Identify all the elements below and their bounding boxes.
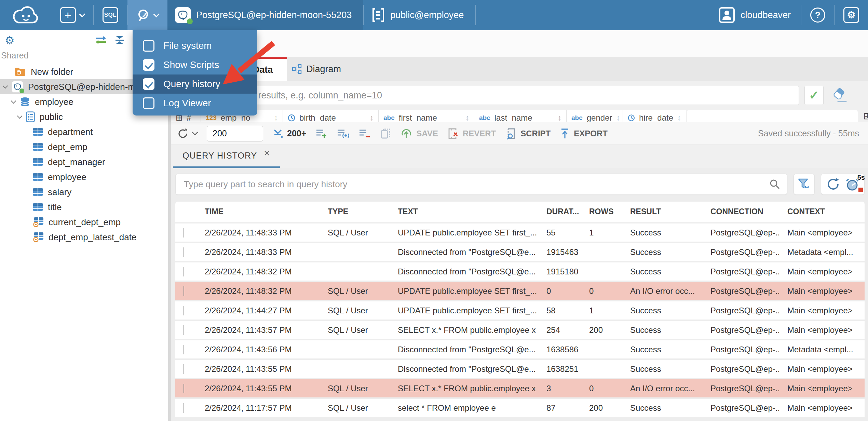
close-icon[interactable]: ×	[264, 147, 270, 159]
tab-diagram[interactable]: Diagram	[287, 57, 346, 81]
tree-item-table-department[interactable]: department	[0, 124, 168, 139]
tree-item-view-dept-emp-latest-date[interactable]: dept_emp_latest_date	[0, 230, 168, 245]
history-row[interactable]: 2/26/2024, 11:43:56 PM Disconnected from…	[175, 340, 865, 358]
tree-item-label: dept_emp_latest_date	[49, 232, 136, 243]
sort-icon[interactable]: ↕	[465, 113, 469, 122]
duplicate-row-button[interactable]	[337, 128, 349, 139]
script-button[interactable]: SCRIPT	[505, 128, 551, 139]
tree-item-label: New folder	[31, 67, 73, 77]
tree-item-table-dept-manager[interactable]: dept_manager	[0, 154, 168, 169]
checkbox-unchecked[interactable]	[143, 97, 154, 109]
col-context[interactable]: CONTEXT	[779, 207, 865, 216]
revert-button[interactable]: REVERT	[448, 128, 496, 139]
menu-item-log-viewer[interactable]: Log Viewer	[133, 94, 257, 113]
history-row[interactable]: 2/26/2024, 11:48:33 PM SQL / User UPDATE…	[175, 223, 865, 242]
grid-col-hire-date[interactable]: hire_date ↕	[623, 110, 686, 122]
chevron-down-icon[interactable]	[3, 83, 8, 89]
menu-item-file-system[interactable]: File system	[133, 36, 257, 55]
fetch-all-button[interactable]: 200+	[273, 128, 306, 139]
expand-chevron-icon[interactable]	[184, 247, 184, 257]
schema-name: public@employee	[390, 10, 464, 21]
col-text[interactable]: TEXT	[390, 207, 538, 216]
expand-chevron-icon[interactable]	[184, 228, 184, 237]
checkbox-unchecked[interactable]	[143, 40, 154, 52]
tree-item-table-dept-emp[interactable]: dept_emp	[0, 139, 168, 154]
user-menu[interactable]: cloudbeaver	[708, 0, 801, 30]
add-row-button[interactable]	[316, 128, 327, 139]
tools-menu-button[interactable]	[127, 0, 167, 30]
expand-chevron-icon[interactable]	[184, 325, 184, 335]
sort-icon[interactable]: ↕	[558, 113, 561, 122]
clear-filter-button[interactable]	[831, 88, 848, 103]
settings-button[interactable]: ⚙	[835, 0, 868, 30]
sort-icon[interactable]: ↕	[677, 113, 681, 122]
col-result[interactable]: RESULT	[622, 207, 702, 216]
sort-icon[interactable]: ↕	[274, 113, 278, 122]
menu-item-show-scripts[interactable]: Show Scripts	[133, 55, 257, 74]
topbar-spacer	[476, 0, 708, 30]
save-button[interactable]: SAVE	[401, 128, 438, 139]
help-button[interactable]: ?	[801, 0, 834, 30]
tree-item-view-current-dept-emp[interactable]: current_dept_emp	[0, 215, 168, 230]
delete-row-button[interactable]	[359, 128, 370, 139]
col-type[interactable]: TYPE	[320, 207, 390, 216]
filter-expression-input[interactable]	[174, 86, 799, 105]
history-refresh-button[interactable]	[826, 177, 840, 191]
expand-chevron-icon[interactable]	[184, 267, 184, 276]
grid-col-last-name[interactable]: abc last_name ↕	[474, 110, 567, 122]
col-duration[interactable]: DURAT...	[538, 207, 581, 216]
expand-chevron-icon[interactable]	[184, 364, 184, 374]
cloudbeaver-logo[interactable]	[0, 0, 51, 30]
sync-selection-icon[interactable]	[94, 36, 107, 44]
apply-filter-button[interactable]: ✓	[804, 86, 824, 105]
checkbox-checked[interactable]	[143, 78, 154, 90]
col-time[interactable]: TIME	[196, 207, 320, 216]
export-button[interactable]: EXPORT	[560, 128, 608, 139]
save-icon	[401, 128, 412, 139]
history-search-input[interactable]	[175, 174, 787, 195]
cloud-beaver-icon	[11, 5, 40, 25]
col-connection[interactable]: CONNECTION	[702, 207, 779, 216]
collapse-all-icon[interactable]	[114, 36, 125, 44]
history-filter-button[interactable]	[794, 174, 815, 195]
auto-refresh-timer-button[interactable]: 5s	[845, 177, 859, 191]
col-rows[interactable]: ROWS	[581, 207, 622, 216]
duplicate-button[interactable]	[380, 128, 391, 139]
history-row-error[interactable]: 2/26/2024, 11:43:55 PM SQL / User SELECT…	[175, 379, 865, 397]
tree-item-table-title[interactable]: title	[0, 200, 168, 215]
active-connection[interactable]: PostgreSQL@ep-hidden-moon-55203	[167, 0, 363, 30]
expand-chevron-icon[interactable]	[184, 306, 184, 315]
sql-editor-button[interactable]: SQL	[94, 0, 127, 30]
datetime-type-icon	[288, 114, 295, 122]
sort-icon[interactable]: ↕	[616, 113, 620, 122]
history-row[interactable]: 2/26/2024, 11:43:57 PM SQL / User SELECT…	[175, 321, 865, 339]
sort-icon[interactable]: ↕	[370, 113, 374, 122]
expand-chevron-icon[interactable]	[184, 384, 184, 393]
tree-item-table-salary[interactable]: salary	[0, 185, 168, 200]
menu-item-query-history[interactable]: Query history	[133, 74, 257, 94]
checkbox-checked[interactable]	[143, 59, 154, 71]
refresh-button[interactable]	[177, 128, 197, 139]
expand-chevron-icon[interactable]	[184, 286, 184, 296]
expand-chevron-icon[interactable]	[184, 403, 184, 413]
grid-panel-icon[interactable]: ⊞	[863, 110, 868, 122]
tab-query-history[interactable]: QUERY HISTORY ×	[173, 145, 280, 168]
schema-selector[interactable]: public@employee	[364, 0, 475, 30]
chevron-down-icon[interactable]	[11, 98, 16, 104]
history-row[interactable]: 2/26/2024, 11:44:27 PM SQL / User UPDATE…	[175, 301, 865, 320]
new-connection-button[interactable]: +	[51, 0, 93, 30]
tools-icon	[136, 8, 150, 22]
grid-col-first-name[interactable]: abc first_name ↕	[379, 110, 474, 122]
history-row[interactable]: 2/26/2024, 11:48:33 PM Disconnected from…	[175, 243, 865, 261]
row-limit-input[interactable]	[207, 126, 263, 141]
grid-col-gender[interactable]: abc gender ↕	[567, 110, 623, 122]
history-row[interactable]: 2/26/2024, 11:17:57 PM SQL / User select…	[175, 399, 865, 417]
history-row[interactable]: 2/26/2024, 11:48:32 PM Disconnected from…	[175, 262, 865, 281]
chevron-down-icon[interactable]	[17, 113, 23, 119]
history-row[interactable]: 2/26/2024, 11:43:55 PM Disconnected from…	[175, 360, 865, 378]
history-row-error[interactable]: 2/26/2024, 11:48:32 PM SQL / User UPDATE…	[175, 282, 865, 300]
navigator-settings-icon[interactable]: ⚙	[5, 35, 15, 46]
grid-col-birth-date[interactable]: birth_date ↕	[283, 110, 379, 122]
expand-chevron-icon[interactable]	[184, 345, 184, 354]
tree-item-table-employee[interactable]: employee	[0, 169, 168, 185]
